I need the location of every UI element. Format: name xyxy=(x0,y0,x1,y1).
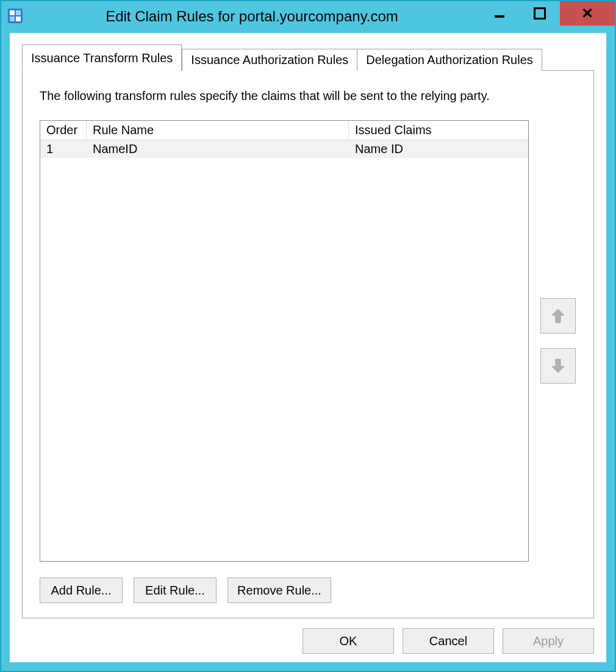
maximize-button[interactable] xyxy=(520,1,560,26)
svg-rect-4 xyxy=(16,16,21,21)
app-icon xyxy=(7,8,24,25)
dialog-buttons: OK Cancel Apply xyxy=(22,628,594,654)
move-up-button[interactable] xyxy=(540,298,576,334)
remove-rule-button[interactable]: Remove Rule... xyxy=(227,577,331,603)
cell-order: 1 xyxy=(40,140,87,158)
apply-button[interactable]: Apply xyxy=(503,628,594,654)
window-title: Edit Claim Rules for portal.yourcompany.… xyxy=(24,8,479,25)
client-area: Issuance Transform Rules Issuance Author… xyxy=(10,33,606,662)
list-item[interactable]: 1 NameID Name ID xyxy=(40,140,528,158)
reorder-buttons xyxy=(540,120,576,562)
tab-issuance-transform[interactable]: Issuance Transform Rules xyxy=(22,45,182,71)
tab-control: Issuance Transform Rules Issuance Author… xyxy=(22,44,594,618)
svg-rect-2 xyxy=(16,10,21,15)
svg-rect-1 xyxy=(10,10,15,15)
close-button[interactable]: ✕ xyxy=(560,1,615,26)
tab-issuance-authorization[interactable]: Issuance Authorization Rules xyxy=(182,49,357,71)
tab-strip: Issuance Transform Rules Issuance Author… xyxy=(22,44,594,71)
arrow-down-icon xyxy=(551,358,565,374)
caption-buttons: ✕ xyxy=(479,1,615,26)
move-down-button[interactable] xyxy=(540,348,576,384)
title-bar: Edit Claim Rules for portal.yourcompany.… xyxy=(1,1,615,32)
maximize-icon xyxy=(534,7,546,20)
rules-listview[interactable]: Order Rule Name Issued Claims 1 NameID N… xyxy=(40,120,529,562)
tab-body: The following transform rules specify th… xyxy=(22,70,594,618)
cell-rule-name: NameID xyxy=(87,140,349,158)
window-frame: Edit Claim Rules for portal.yourcompany.… xyxy=(0,0,616,672)
listview-header: Order Rule Name Issued Claims xyxy=(40,121,528,140)
list-area: Order Rule Name Issued Claims 1 NameID N… xyxy=(40,120,576,562)
listview-rows: 1 NameID Name ID xyxy=(40,140,528,561)
tab-description: The following transform rules specify th… xyxy=(40,89,576,103)
edit-rule-button[interactable]: Edit Rule... xyxy=(134,577,217,603)
svg-rect-3 xyxy=(10,16,15,21)
arrow-up-icon xyxy=(551,308,565,324)
column-issued-claims[interactable]: Issued Claims xyxy=(349,121,528,140)
minimize-button[interactable] xyxy=(479,1,520,26)
cell-issued-claims: Name ID xyxy=(349,140,528,158)
add-rule-button[interactable]: Add Rule... xyxy=(40,577,123,603)
cancel-button[interactable]: Cancel xyxy=(403,628,494,654)
minimize-icon xyxy=(495,15,504,18)
close-icon: ✕ xyxy=(581,6,593,21)
rule-buttons-row: Add Rule... Edit Rule... Remove Rule... xyxy=(40,577,576,603)
column-order[interactable]: Order xyxy=(40,121,87,140)
tab-delegation-authorization[interactable]: Delegation Authorization Rules xyxy=(357,49,542,71)
ok-button[interactable]: OK xyxy=(303,628,394,654)
column-rule-name[interactable]: Rule Name xyxy=(87,121,349,140)
